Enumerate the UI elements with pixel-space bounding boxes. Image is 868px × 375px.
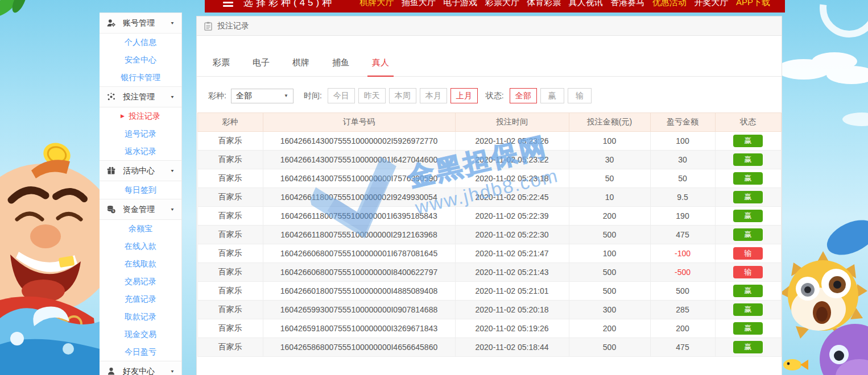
sidebar-link[interactable]: 充值记录 [100, 290, 181, 308]
sidebar-link[interactable]: 今日盈亏 [100, 343, 181, 361]
time-filter-button[interactable]: 本周 [389, 88, 416, 103]
sidebar-link[interactable]: 现金交易 [100, 326, 181, 343]
category-tab[interactable]: 棋牌 [288, 57, 314, 76]
sidebar-section-title: 账号管理 [123, 18, 155, 28]
sidebar-link[interactable]: 取款记录 [100, 308, 181, 326]
cell-status: 赢 [715, 169, 781, 188]
cell-order-number: 1604265868007555100000000I4656645860 [263, 338, 455, 357]
lottery-type-select[interactable]: 全部 ▼ [231, 89, 294, 103]
sidebar-link[interactable]: 银行卡管理 [100, 69, 181, 86]
time-filter-button[interactable]: 昨天 [358, 88, 386, 103]
small-yellow-fish [783, 359, 808, 370]
nav-item[interactable]: 真人视讯 [569, 0, 603, 8]
status-filter-button[interactable]: 全部 [510, 88, 537, 103]
sidebar-link[interactable]: 在线取款 [100, 255, 181, 273]
sidebar: 账号管理 ▼ 个人信息 安全中心 银行卡管理 投注管理 [100, 13, 182, 375]
cell-bet-time: 2020-11-02 05:19:26 [455, 319, 569, 338]
sidebar-section-title: 资金管理 [123, 205, 155, 215]
cell-profit: -500 [650, 263, 715, 282]
cell-bet-time: 2020-11-02 05:18:44 [455, 338, 569, 357]
category-tab[interactable]: 电子 [248, 57, 274, 76]
column-header: 订单号码 [263, 113, 455, 132]
cell-profit: 190 [650, 207, 715, 226]
category-tab[interactable]: 捕鱼 [328, 57, 354, 76]
chevron-down-icon: ▼ [170, 369, 175, 374]
status-badge: 赢 [733, 228, 763, 241]
sidebar-link[interactable]: 每日签到 [100, 181, 181, 199]
sidebar-section-funds[interactable]: $ 资金管理 ▼ [100, 199, 181, 220]
cell-game: 百家乐 [197, 301, 263, 319]
status-badge: 赢 [733, 153, 763, 166]
cell-status: 赢 [715, 151, 781, 169]
right-ocean-cartoon-art [782, 0, 868, 375]
cell-bet-amount: 100 [569, 244, 650, 263]
table-row: 百家乐 1604266068007555100000000I8400622797… [197, 263, 781, 282]
cell-bet-time: 2020-11-02 05:20:18 [455, 301, 569, 319]
category-tab[interactable]: 真人 [367, 57, 394, 77]
sidebar-link[interactable]: 追号记录 [100, 125, 181, 143]
category-tabs: 彩票 电子 棋牌 捕鱼 真人 [197, 57, 782, 77]
nav-item[interactable]: 棋牌大厅 [359, 0, 394, 8]
hamburger-icon[interactable] [223, 0, 233, 7]
nav-item[interactable]: 香港赛马 [610, 0, 644, 8]
sidebar-link[interactable]: 在线入款 [100, 238, 181, 255]
category-tab[interactable]: 彩票 [208, 57, 234, 76]
sidebar-link-label: 在线取款 [125, 259, 156, 269]
cell-bet-time: 2020-11-02 05:23:22 [455, 151, 569, 169]
sidebar-section-activity[interactable]: 活动中心 ▼ [100, 160, 181, 181]
scatter-dots-icon [106, 92, 116, 102]
chevron-down-icon: ▼ [170, 21, 175, 26]
table-row: 百家乐 1604266143007555100000001I6427044600… [197, 151, 781, 169]
status-badge: 赢 [733, 341, 763, 353]
leaf-decoration [0, 0, 29, 20]
nav-item[interactable]: 彩票大厅 [485, 0, 519, 8]
cell-order-number: 1604266118007555100000001I6395185843 [263, 207, 455, 226]
sidebar-link[interactable]: 交易记录 [100, 273, 181, 290]
active-marker-icon [121, 114, 125, 119]
sidebar-link-label: 余额宝 [129, 224, 152, 234]
sidebar-link-label: 交易记录 [125, 277, 156, 287]
sidebar-link[interactable]: 安全中心 [100, 51, 181, 69]
sidebar-section-betting[interactable]: 投注管理 ▼ [100, 86, 181, 107]
cell-order-number: 1604265993007555100000000I0907814688 [263, 301, 455, 319]
sidebar-section-friends[interactable]: 好友中心 ▼ [100, 361, 181, 375]
nav-item[interactable]: 电子游戏 [443, 0, 477, 8]
status-badge: 赢 [733, 191, 763, 203]
time-filter-button[interactable]: 上月 [450, 88, 478, 103]
person-icon [106, 366, 116, 375]
status-filter-button[interactable]: 输 [568, 88, 592, 103]
nav-item[interactable]: 开奖大厅 [694, 0, 728, 8]
gift-icon [106, 166, 116, 176]
cell-status: 赢 [715, 301, 781, 319]
cell-status: 输 [715, 244, 781, 263]
cell-bet-amount: 30 [569, 151, 650, 169]
cell-status: 输 [715, 263, 781, 282]
time-filter-button[interactable]: 本月 [420, 88, 447, 103]
nav-menu: 棋牌大厅 捕鱼大厅 电子游戏 彩票大厅 体育彩票 真人视讯 香港赛马 优惠活动 … [359, 0, 770, 8]
sidebar-section-account[interactable]: 账号管理 ▼ [100, 13, 181, 34]
top-navbar: 选择彩种(45)种 棋牌大厅 捕鱼大厅 电子游戏 彩票大厅 体育彩票 真人视讯 … [205, 0, 785, 13]
sidebar-link-label: 银行卡管理 [121, 73, 160, 83]
column-header: 投注金额(元) [569, 113, 650, 132]
purple-octopus [820, 324, 868, 375]
cell-status: 赢 [715, 282, 781, 301]
nav-item[interactable]: 优惠活动 [652, 0, 687, 8]
status-badge: 赢 [733, 172, 763, 185]
column-header: 盈亏金额 [650, 113, 715, 132]
nav-item[interactable]: 体育彩票 [527, 0, 561, 8]
time-filter-button[interactable]: 今日 [328, 88, 355, 103]
nav-item[interactable]: 捕鱼大厅 [402, 0, 436, 8]
nav-item[interactable]: APP下载 [736, 0, 770, 8]
panel-header: 投注记录 [197, 16, 782, 36]
lottery-select-brand[interactable]: 选择彩种(45)种 [243, 0, 334, 9]
status-filter-button[interactable]: 赢 [540, 88, 564, 103]
sidebar-link[interactable]: 余额宝 [100, 220, 181, 238]
sidebar-link[interactable]: 个人信息 [100, 34, 181, 51]
cell-bet-amount: 200 [569, 319, 650, 338]
filter-bar: 彩种: 全部 ▼ 时间: 今日 昨天 本周 本月 上月 状态: [208, 88, 782, 103]
status-badge: 赢 [733, 135, 763, 147]
sidebar-link[interactable]: 投注记录 [100, 107, 181, 125]
sidebar-link[interactable]: 返水记录 [100, 143, 181, 160]
cell-order-number: 1604266143007555100000000I7576390590 [263, 169, 455, 188]
status-badge: 赢 [733, 285, 763, 297]
